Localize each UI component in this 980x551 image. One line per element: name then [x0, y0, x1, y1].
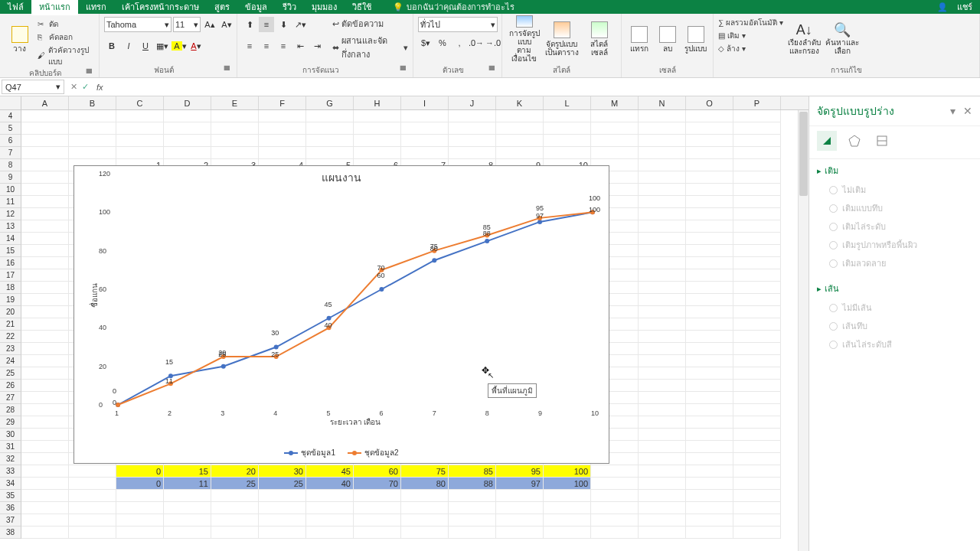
alignment-launcher[interactable]: ⯀ — [400, 64, 407, 72]
cell-A28[interactable] — [21, 404, 69, 416]
tab-1[interactable]: หน้าแรก — [31, 0, 78, 15]
cut-button[interactable]: ✂ตัด — [38, 18, 94, 30]
cell-I4[interactable] — [401, 110, 449, 122]
fill-color-button[interactable]: A▾ — [172, 38, 187, 54]
cell-O11[interactable] — [686, 196, 733, 208]
cell-H7[interactable] — [354, 147, 401, 159]
cell-C36[interactable] — [116, 502, 164, 514]
cell-N26[interactable] — [639, 380, 686, 392]
row-header-13[interactable]: 13 — [0, 220, 21, 233]
cell-O21[interactable] — [686, 318, 733, 331]
cell-A26[interactable] — [21, 380, 69, 392]
cell-E38[interactable] — [211, 527, 259, 539]
cell-P28[interactable] — [733, 404, 781, 416]
clipboard-launcher[interactable]: ⯀ — [86, 67, 93, 75]
chart-object[interactable]: แผนงาน ชื่อแกน ระยะเวลา เดือน 0204060801… — [74, 165, 609, 464]
row-header-36[interactable]: 36 — [0, 502, 21, 514]
cell-O30[interactable] — [686, 429, 733, 441]
cell-F4[interactable] — [259, 110, 306, 122]
cell-O5[interactable] — [686, 122, 733, 135]
cell-G37[interactable] — [306, 514, 354, 527]
cell-O16[interactable] — [686, 257, 733, 269]
decrease-decimal-button[interactable]: →.0 — [485, 35, 501, 51]
cell-F33[interactable]: 30 — [259, 465, 306, 478]
cell-A38[interactable] — [21, 527, 69, 539]
cell-G7[interactable] — [306, 147, 354, 159]
cell-A5[interactable] — [21, 122, 69, 135]
shrink-font-button[interactable]: A▾ — [219, 17, 234, 32]
fill-option-4[interactable]: เติมลวดลาย — [817, 254, 972, 272]
worksheet[interactable]: ABCDEFGHIJKLMNOP 45678123456789109110211… — [0, 96, 808, 551]
cell-F34[interactable]: 25 — [259, 478, 306, 490]
cell-A36[interactable] — [21, 502, 69, 514]
align-middle-button[interactable]: ≡ — [259, 17, 274, 32]
cell-K38[interactable] — [496, 527, 544, 539]
cell-O14[interactable] — [686, 233, 733, 245]
cell-P13[interactable] — [733, 220, 781, 233]
cell-H35[interactable] — [354, 490, 401, 502]
cell-N17[interactable] — [639, 269, 686, 282]
cell-C38[interactable] — [116, 527, 164, 539]
cell-A11[interactable] — [21, 196, 69, 208]
cell-L4[interactable] — [544, 110, 591, 122]
cell-P25[interactable] — [733, 367, 781, 380]
fill-option-2[interactable]: เติมไล่ระดับ — [817, 217, 972, 236]
cell-N21[interactable] — [639, 318, 686, 331]
cell-F38[interactable] — [259, 527, 306, 539]
cell-H37[interactable] — [354, 514, 401, 527]
cell-N34[interactable] — [639, 478, 686, 490]
cell-N35[interactable] — [639, 490, 686, 502]
align-right-button[interactable]: ≡ — [276, 38, 291, 54]
cell-L34[interactable]: 100 — [544, 478, 591, 490]
cell-D4[interactable] — [164, 110, 211, 122]
row-header-17[interactable]: 17 — [0, 269, 21, 282]
cell-B35[interactable] — [69, 490, 116, 502]
cell-P8[interactable] — [733, 159, 781, 171]
fill-option-1[interactable]: เติมแบบทึบ — [817, 199, 972, 217]
row-header-9[interactable]: 9 — [0, 171, 21, 184]
cell-O10[interactable] — [686, 184, 733, 196]
cell-A9[interactable] — [21, 171, 69, 184]
cell-A4[interactable] — [21, 110, 69, 122]
paste-button[interactable]: วาง — [5, 15, 34, 63]
format-painter-button[interactable]: 🖌ตัวคัดวางรูปแบบ — [38, 44, 94, 67]
cell-N24[interactable] — [639, 355, 686, 367]
number-launcher[interactable]: ⯀ — [488, 64, 495, 72]
tab-4[interactable]: สูตร — [207, 0, 237, 15]
fill-line-tab[interactable] — [817, 131, 837, 151]
cell-H33[interactable]: 60 — [354, 465, 401, 478]
row-header-28[interactable]: 28 — [0, 404, 21, 416]
col-header-N[interactable]: N — [639, 96, 686, 109]
cell-O28[interactable] — [686, 404, 733, 416]
increase-decimal-button[interactable]: .0→ — [469, 35, 484, 51]
cell-L36[interactable] — [544, 502, 591, 514]
cell-C4[interactable] — [116, 110, 164, 122]
row-header-25[interactable]: 25 — [0, 367, 21, 380]
row-header-18[interactable]: 18 — [0, 282, 21, 294]
cell-G4[interactable] — [306, 110, 354, 122]
cell-A30[interactable] — [21, 429, 69, 441]
cell-P23[interactable] — [733, 343, 781, 355]
bold-button[interactable]: B — [104, 38, 119, 54]
cell-O26[interactable] — [686, 380, 733, 392]
align-left-button[interactable]: ≡ — [242, 38, 257, 54]
cell-O18[interactable] — [686, 282, 733, 294]
cell-N27[interactable] — [639, 392, 686, 404]
cell-L5[interactable] — [544, 122, 591, 135]
autosum-button[interactable]: ∑ผลรวมอัตโนมัติ▾ — [718, 17, 783, 28]
col-header-E[interactable]: E — [211, 96, 259, 109]
cell-N29[interactable] — [639, 416, 686, 429]
cell-J33[interactable]: 85 — [449, 465, 496, 478]
cell-L7[interactable] — [544, 147, 591, 159]
cell-A19[interactable] — [21, 294, 69, 306]
tab-0[interactable]: ไฟล์ — [0, 0, 31, 15]
cell-A15[interactable] — [21, 245, 69, 257]
cell-E34[interactable]: 25 — [211, 478, 259, 490]
cell-P35[interactable] — [733, 490, 781, 502]
chart-plot-area[interactable]: ชื่อแกน ระยะเวลา เดือน 02040608010012012… — [117, 174, 593, 405]
cell-P10[interactable] — [733, 184, 781, 196]
col-header-H[interactable]: H — [354, 96, 401, 109]
cell-I35[interactable] — [401, 490, 449, 502]
size-properties-tab[interactable] — [872, 131, 892, 151]
col-header-O[interactable]: O — [686, 96, 733, 109]
